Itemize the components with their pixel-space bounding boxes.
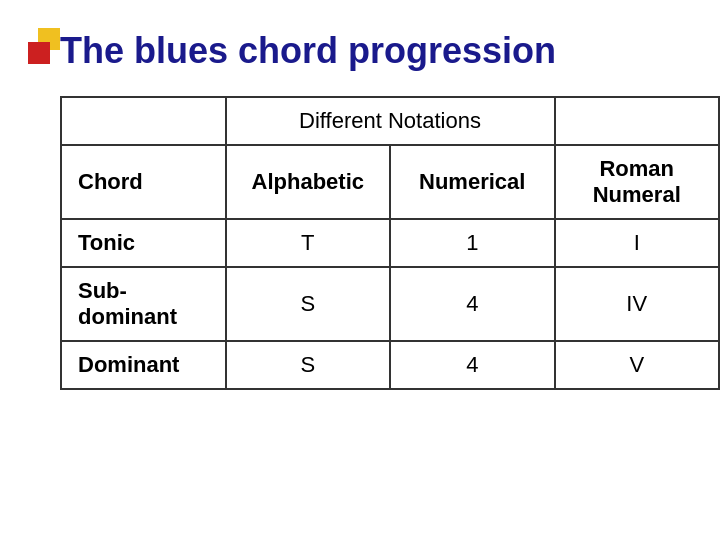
- page-title: The blues chord progression: [60, 30, 680, 72]
- cell-tonic-roman: I: [555, 219, 720, 267]
- cell-dominant-alphabetic: S: [226, 341, 391, 389]
- cell-chord-label: Chord: [61, 145, 226, 219]
- table-row-tonic: Tonic T 1 I: [61, 219, 719, 267]
- cell-empty-top: [61, 97, 226, 145]
- table-row-chord: Chord Alphabetic Numerical RomanNumeral: [61, 145, 719, 219]
- decoration-red: [28, 42, 50, 64]
- cell-subdominant-label: Sub-dominant: [61, 267, 226, 341]
- cell-empty-top-right: [555, 97, 720, 145]
- cell-tonic-alphabetic: T: [226, 219, 391, 267]
- cell-subdominant-numerical: 4: [390, 267, 555, 341]
- cell-dominant-label: Dominant: [61, 341, 226, 389]
- table-row-subdominant: Sub-dominant S 4 IV: [61, 267, 719, 341]
- cell-dominant-roman: V: [555, 341, 720, 389]
- cell-different-notations: Different Notations: [226, 97, 555, 145]
- cell-subdominant-roman: IV: [555, 267, 720, 341]
- cell-dominant-numerical: 4: [390, 341, 555, 389]
- blues-chord-table: Different Notations Chord Alphabetic Num…: [60, 96, 720, 390]
- cell-subdominant-alphabetic: S: [226, 267, 391, 341]
- cell-tonic-numerical: 1: [390, 219, 555, 267]
- table-row-header-top: Different Notations: [61, 97, 719, 145]
- cell-tonic-label: Tonic: [61, 219, 226, 267]
- cell-chord-numerical: Numerical: [390, 145, 555, 219]
- table-wrapper: Different Notations Chord Alphabetic Num…: [60, 96, 680, 390]
- cell-chord-alphabetic: Alphabetic: [226, 145, 391, 219]
- cell-chord-roman: RomanNumeral: [555, 145, 720, 219]
- table-row-dominant: Dominant S 4 V: [61, 341, 719, 389]
- page: The blues chord progression Different No…: [0, 0, 720, 540]
